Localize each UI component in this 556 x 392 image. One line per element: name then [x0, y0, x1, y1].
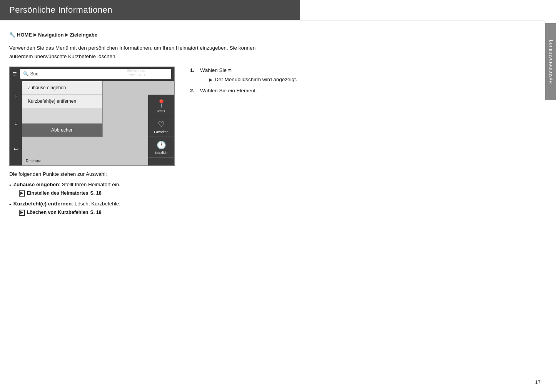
mock-dropdown-zuhause: Zuhause eingeben	[22, 81, 102, 95]
mock-dropdown-kurzbefehl: Kurzbefehl(e) entfernen	[22, 95, 102, 108]
ref-2-label: Löschen von Kurzbefehlen	[27, 209, 88, 216]
mock-suchen-bei-value: Sw1, GBR	[129, 73, 145, 78]
step-1-sub-text: Der Menübildschirm wird angezeigt.	[215, 76, 297, 83]
sidebar-tab: Systemeinstellung	[545, 23, 556, 100]
mock-dropdown-spacer	[22, 108, 102, 123]
mock-left-buttons: ↑ ↓ ↩	[10, 81, 22, 165]
breadcrumb-arrow-1: ▶	[33, 32, 37, 37]
ui-screenshot: ≡ 🔍 Suc Suchen bei: Sw1, GBR ↑ ↓ ↩	[9, 67, 175, 166]
breadcrumb: 🔧 HOME ▶ Navigation ▶ Zieleingabe	[9, 32, 516, 38]
bullet-1-content: Zuhause eingeben: Stellt Ihren Heimatort…	[13, 181, 120, 197]
breadcrumb-home: HOME	[17, 32, 32, 38]
mock-kuerzlich-label: Kürzlich	[155, 151, 167, 155]
sidebar-tab-label: Systemeinstellung	[548, 40, 553, 83]
mock-pois-label: POIs	[157, 109, 165, 113]
step-list: 1. Wählen Sie ≡. ▶ Der Menübildschirm wi…	[190, 67, 516, 95]
ref-icon-2: ▶	[19, 210, 25, 216]
mock-right-col: 📍 POIs ♡ Favoriten 🕐 Kürzlich	[148, 95, 174, 165]
bullet-dot-2: •	[9, 201, 11, 216]
ref-2-page: S. 19	[90, 209, 101, 216]
breadcrumb-icon: 🔧	[9, 32, 15, 38]
mock-suchen-bei-label: Suchen bei:	[127, 68, 145, 73]
mock-search-text: Suc	[30, 71, 38, 77]
step-1-icon: ≡	[228, 67, 231, 73]
bullet-list: • Zuhause eingeben: Stellt Ihren Heimato…	[9, 181, 317, 216]
ref-icon-1: ▶	[19, 190, 25, 197]
bullet-2-text: Kurzbefehl(e) entfernen: Löscht Kurzbefe…	[13, 201, 120, 207]
header-bar: Persönliche Informationen	[0, 0, 300, 20]
mock-back-icon: ↩	[13, 145, 18, 153]
mock-menu-icon: ≡	[13, 70, 17, 78]
breadcrumb-arrow-2: ▶	[65, 32, 68, 37]
mock-dropdown-abbrechen: Abbrechen	[22, 123, 102, 137]
step-2-num: 2.	[190, 87, 198, 95]
bullet-dot-1: •	[9, 182, 11, 197]
bullet-1-text: Zuhause eingeben: Stellt Ihren Heimatort…	[13, 182, 120, 187]
mock-suchen-bei: Suchen bei: Sw1, GBR	[127, 68, 145, 77]
mock-favoriten-icon: ♡	[158, 120, 165, 129]
step-1-num: 1.	[190, 67, 198, 84]
mock-search-box: 🔍 Suc	[20, 69, 171, 79]
mock-up-arrow-icon: ↑	[14, 93, 17, 100]
step-1: 1. Wählen Sie ≡. ▶ Der Menübildschirm wi…	[190, 67, 516, 84]
breadcrumb-zieleingabe: Zieleingabe	[70, 32, 97, 38]
ref-1-page: S. 18	[90, 190, 102, 197]
page-number: 17	[535, 379, 541, 385]
mock-map-label: Restaura	[26, 159, 42, 163]
below-content: Die folgenden Punkte stehen zur Auswahl:…	[9, 171, 317, 216]
instructions-col: 1. Wählen Sie ≡. ▶ Der Menübildschirm wi…	[190, 67, 516, 98]
bullet-1-term: Zuhause eingeben	[13, 182, 59, 187]
mock-search-icon: 🔍	[23, 71, 29, 77]
mock-btn-kuerzlich: 🕐 Kürzlich	[148, 138, 174, 158]
step-1-sub: ▶ Der Menübildschirm wird angezeigt.	[209, 76, 297, 83]
breadcrumb-navigation: Navigation	[38, 32, 63, 38]
mock-favoriten-label: Favoriten	[154, 130, 169, 134]
step-1-arrow: ▶	[209, 77, 212, 83]
mock-btn-pois: 📍 POIs	[148, 96, 174, 116]
mock-topbar: ≡ 🔍 Suc Suchen bei: Sw1, GBR	[10, 67, 174, 81]
bullet-1: • Zuhause eingeben: Stellt Ihren Heimato…	[9, 181, 317, 197]
bullet-2-term: Kurzbefehl(e) entfernen	[13, 201, 72, 207]
intro-text: Verwenden Sie das Menü mit den persönlic…	[9, 44, 259, 60]
mock-down-arrow-icon: ↓	[14, 120, 17, 127]
step-1-content: Wählen Sie ≡. ▶ Der Menübildschirm wird …	[200, 67, 297, 84]
ref-link-1: ▶ Einstellen des Heimatortes S. 18	[19, 190, 120, 197]
mock-body: ↑ ↓ ↩ 🏠 🍴 Restaura Zuha	[10, 81, 174, 165]
mock-btn-favoriten: ♡ Favoriten	[148, 117, 174, 137]
step-2-text: Wählen Sie ein Element.	[200, 87, 257, 95]
step-1-text-after: .	[231, 67, 233, 73]
step-2: 2. Wählen Sie ein Element.	[190, 87, 516, 95]
ref-link-2: ▶ Löschen von Kurzbefehlen S. 19	[19, 209, 120, 216]
below-intro: Die folgenden Punkte stehen zur Auswahl:	[9, 171, 317, 177]
page-title: Persönliche Informationen	[9, 5, 112, 15]
two-col-layout: ≡ 🔍 Suc Suchen bei: Sw1, GBR ↑ ↓ ↩	[9, 67, 516, 166]
bullet-2: • Kurzbefehl(e) entfernen: Löscht Kurzbe…	[9, 200, 317, 216]
main-content: 🔧 HOME ▶ Navigation ▶ Zieleingabe Verwen…	[0, 20, 531, 231]
bullet-2-content: Kurzbefehl(e) entfernen: Löscht Kurzbefe…	[13, 200, 120, 216]
ref-1-label: Einstellen des Heimatortes	[27, 190, 88, 197]
step-1-text-before: Wählen Sie	[200, 67, 228, 73]
mock-dropdown: Zuhause eingeben Kurzbefehl(e) entfernen…	[22, 81, 103, 137]
mock-pois-icon: 📍	[157, 99, 166, 108]
mock-kuerzlich-icon: 🕐	[157, 140, 166, 150]
